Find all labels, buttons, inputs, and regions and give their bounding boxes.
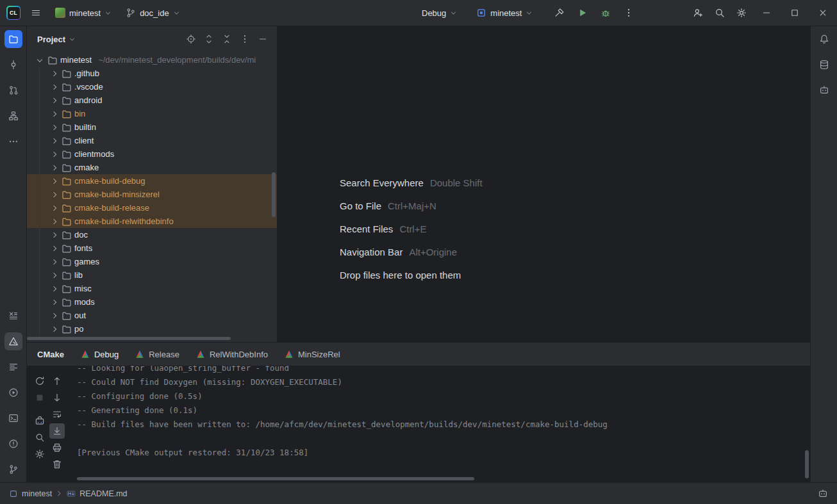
cmake-tab-relwithdebinfo[interactable]: RelWithDebInfo (196, 343, 268, 366)
tree-row-lib[interactable]: lib (27, 268, 277, 282)
more-actions-button[interactable] (620, 4, 638, 22)
tree-row-doc[interactable]: doc (27, 228, 277, 241)
stop-button[interactable] (32, 390, 47, 405)
chevron-right-icon[interactable] (49, 176, 59, 186)
tree-row-po[interactable]: po (27, 322, 277, 336)
debug-button[interactable] (597, 4, 615, 22)
console-horizontal-scrollbar[interactable] (77, 477, 474, 480)
maximize-button[interactable] (781, 0, 809, 26)
tool-button-ai-assistant[interactable] (815, 81, 833, 99)
tree-row-bin[interactable]: bin (27, 107, 277, 120)
cmake-console[interactable]: -- Looking for luaopen_string_buffer - f… (68, 366, 810, 482)
tool-button-structure[interactable] (4, 107, 22, 125)
locate-button[interactable] (183, 31, 199, 47)
tree-row-client[interactable]: client (27, 134, 277, 147)
vcs-branch-selector[interactable]: doc_ide (122, 5, 184, 20)
chevron-right-icon[interactable] (49, 243, 59, 254)
tool-button-git-branch[interactable] (4, 460, 22, 478)
chevron-right-icon[interactable] (49, 297, 59, 307)
more-vertical-button[interactable] (237, 31, 253, 47)
chevron-right-icon[interactable] (49, 190, 59, 200)
chevron-right-icon[interactable] (49, 311, 59, 321)
tree-row-clientmods[interactable]: clientmods (27, 147, 277, 161)
search-everywhere-button[interactable] (709, 4, 731, 22)
tree-row-cmake-build-release[interactable]: cmake-build-release (27, 201, 277, 215)
cmake-tab-minsizerel[interactable]: MinSizeRel (285, 343, 340, 366)
build-button[interactable] (551, 4, 568, 22)
tool-button-commit[interactable] (4, 56, 22, 74)
tool-button-cmake-tool[interactable] (4, 332, 22, 350)
tree-row-fonts[interactable]: fonts (27, 241, 277, 255)
chevron-right-icon[interactable] (49, 109, 59, 119)
cmake-tab-debug[interactable]: Debug (81, 343, 119, 366)
build-settings-button[interactable] (32, 413, 47, 428)
breadcrumb-file[interactable]: README.md (79, 489, 127, 498)
scroll-end-button[interactable] (49, 423, 65, 439)
tree-row-minetest-root[interactable]: minetest ~/dev/minetest_development/buil… (27, 53, 277, 67)
chevron-right-icon[interactable] (49, 230, 59, 240)
hide-button[interactable] (255, 31, 270, 47)
arrow-up-button[interactable] (49, 373, 65, 389)
main-menu-button[interactable] (27, 4, 45, 22)
tool-button-problems[interactable] (4, 435, 22, 453)
run-button[interactable] (574, 4, 592, 22)
arrow-down-button[interactable] (49, 390, 65, 405)
tool-button-x-tool[interactable] (4, 307, 22, 325)
tree-row-.vscode[interactable]: .vscode (27, 80, 277, 93)
project-selector[interactable]: minetest (51, 5, 115, 20)
ide-settings-button[interactable] (731, 4, 752, 22)
run-config-selector[interactable]: minetest (472, 5, 536, 20)
collapse-all-button[interactable] (219, 31, 235, 47)
tree-row-android[interactable]: android (27, 93, 277, 107)
tool-button-terminal[interactable] (4, 409, 22, 427)
print-button[interactable] (49, 440, 65, 455)
tool-button-run[interactable] (4, 384, 22, 402)
project-panel-title[interactable]: Project (37, 35, 65, 44)
breadcrumb-project[interactable]: minetest (22, 489, 52, 498)
chevron-right-icon[interactable] (49, 136, 59, 146)
editor-area[interactable]: Search EverywhereDouble ShiftGo to FileC… (277, 26, 810, 342)
tree-row-games[interactable]: games (27, 255, 277, 268)
chevron-right-icon[interactable] (49, 69, 59, 79)
tree-row-cmake[interactable]: cmake (27, 161, 277, 174)
chevron-right-icon[interactable] (49, 216, 59, 227)
chevron-down-icon[interactable] (35, 55, 45, 65)
code-with-me-button[interactable] (687, 4, 709, 22)
chevron-right-icon[interactable] (49, 284, 59, 294)
chevron-right-icon[interactable] (49, 257, 59, 267)
chevron-right-icon[interactable] (49, 82, 59, 92)
tree-row-misc[interactable]: misc (27, 282, 277, 295)
tree-row-cmake-build-relwithdebinfo[interactable]: cmake-build-relwithdebinfo (27, 215, 277, 228)
chevron-right-icon[interactable] (49, 95, 59, 106)
reload-cmake-button[interactable] (32, 373, 47, 389)
tool-button-pull-requests[interactable] (4, 81, 22, 99)
tree-row-out[interactable]: out (27, 309, 277, 322)
tree-row-cmake-build-debug[interactable]: cmake-build-debug (27, 174, 277, 188)
chevron-right-icon[interactable] (49, 270, 59, 280)
settings-button[interactable] (32, 446, 47, 462)
tool-button-more[interactable] (4, 133, 22, 150)
tool-button-database[interactable] (815, 56, 833, 74)
tree-row-mods[interactable]: mods (27, 295, 277, 309)
tool-button-project-folder[interactable] (4, 30, 22, 48)
console-vertical-scrollbar[interactable] (805, 450, 809, 478)
chevron-right-icon[interactable] (49, 149, 59, 159)
tree-row-.github[interactable]: .github (27, 67, 277, 80)
chevron-right-icon[interactable] (49, 163, 59, 173)
run-mode-selector[interactable]: Debug (418, 6, 461, 20)
chevron-right-icon[interactable] (49, 122, 59, 133)
soft-wrap-button[interactable] (49, 407, 65, 422)
minimize-button[interactable] (752, 0, 781, 26)
tree-vertical-scrollbar[interactable] (272, 172, 276, 217)
tree-row-cmake-build-minsizerel[interactable]: cmake-build-minsizerel (27, 188, 277, 201)
tree-row-builtin[interactable]: builtin (27, 120, 277, 134)
trash-button[interactable] (49, 457, 65, 472)
tree-horizontal-scrollbar[interactable] (27, 337, 231, 340)
cmake-tab-release[interactable]: Release (135, 343, 179, 366)
chevron-right-icon[interactable] (49, 324, 59, 334)
chevron-right-icon[interactable] (49, 203, 59, 213)
ai-assistant-icon[interactable] (818, 489, 828, 499)
expand-all-button[interactable] (201, 31, 217, 47)
find-button[interactable] (32, 430, 47, 445)
tool-button-todo[interactable] (4, 358, 22, 376)
